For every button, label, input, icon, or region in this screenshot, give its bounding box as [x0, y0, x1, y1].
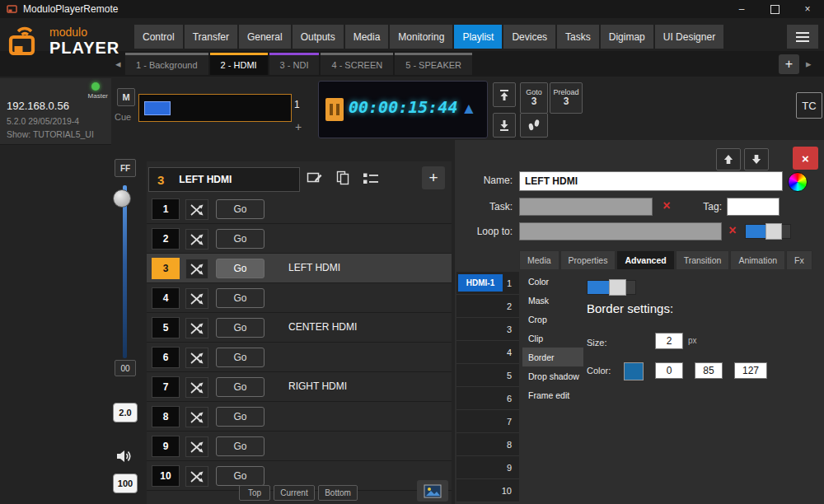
crossfade-button[interactable] [185, 199, 208, 220]
menu-item-frame-edit[interactable]: Frame edit [522, 385, 583, 404]
move-cue-up-button[interactable] [716, 148, 741, 170]
tab-fx[interactable]: Fx [786, 250, 812, 269]
mute-button[interactable] [114, 446, 135, 467]
menu-item-color[interactable]: Color [522, 272, 583, 291]
layer-cue-row[interactable]: 3 [456, 318, 519, 341]
go-button[interactable]: Go [216, 288, 265, 308]
playlist-row[interactable]: 1 Go [147, 194, 452, 224]
edit-cue-button[interactable] [305, 169, 325, 189]
nav-tab-general[interactable]: General [239, 25, 291, 49]
nav-tab-tasks[interactable]: Tasks [557, 25, 599, 49]
playlist-row[interactable]: 8 Go [147, 402, 452, 432]
playlist-options-button[interactable] [359, 167, 382, 189]
skip-to-bottom-button[interactable] [493, 113, 516, 138]
menu-item-drop-shadow[interactable]: Drop shadow [522, 366, 583, 385]
zero-button[interactable]: 00 [115, 360, 136, 376]
border-color-r-input[interactable] [655, 362, 683, 379]
tab-transition[interactable]: Transition [676, 250, 730, 269]
layer-cue-row[interactable]: 6 [456, 387, 519, 410]
menu-item-crop[interactable]: Crop [522, 310, 583, 329]
tab-properties[interactable]: Properties [560, 250, 616, 269]
border-color-b-input[interactable] [734, 362, 767, 379]
follow-steps-button[interactable] [520, 113, 548, 138]
playlist-row[interactable]: 7 Go RIGHT HDMI [147, 372, 452, 402]
loop-to-input[interactable] [519, 222, 722, 240]
nav-tab-control[interactable]: Control [134, 25, 183, 49]
playlist-tab-background[interactable]: 1 - Background [125, 53, 208, 75]
add-cue-button[interactable]: + [422, 166, 445, 189]
crossfade-button[interactable] [185, 377, 208, 398]
border-enable-toggle[interactable] [587, 280, 636, 295]
nav-tab-monitoring[interactable]: Monitoring [390, 25, 452, 49]
border-size-input[interactable] [655, 333, 683, 349]
playlist-row[interactable]: 5 Go CENTER HDMI [147, 313, 452, 343]
scroll-current-button[interactable]: Current [274, 485, 315, 501]
add-cue-slot-button[interactable]: + [295, 120, 302, 133]
tab-animation[interactable]: Animation [730, 250, 785, 269]
go-button[interactable]: Go [216, 259, 265, 278]
go-button[interactable]: Go [216, 199, 265, 219]
playlist-tab-ndi[interactable]: 3 - NDI [269, 53, 320, 75]
layer-name-chip[interactable]: HDMI-1 [458, 274, 503, 292]
timecode-up-button[interactable]: ▲ [457, 96, 480, 121]
fader-knob[interactable] [113, 189, 131, 208]
nav-tab-digimap[interactable]: Digimap [601, 25, 653, 49]
layer-header-row[interactable]: HDMI-1 1 [456, 272, 519, 295]
layer-cue-row[interactable]: 9 [456, 456, 519, 479]
preload-button[interactable]: Preload 3 [550, 82, 583, 114]
layer-cue-row[interactable]: 2 [456, 295, 519, 318]
playlist-tab-speaker[interactable]: 5 - SPEAKER [395, 53, 472, 75]
crossfade-button[interactable] [185, 229, 208, 250]
move-cue-down-button[interactable] [744, 148, 769, 170]
minimize-button[interactable]: – [725, 0, 758, 18]
crossfade-button[interactable] [185, 259, 208, 279]
tab-media[interactable]: Media [519, 250, 559, 269]
menu-item-clip[interactable]: Clip [522, 329, 583, 348]
crossfade-button[interactable] [185, 318, 208, 338]
layer-cue-row[interactable]: 8 [456, 433, 519, 456]
nav-tab-outputs[interactable]: Outputs [293, 25, 344, 49]
tc-button[interactable]: TC [796, 92, 822, 119]
clear-task-button[interactable]: × [658, 196, 676, 216]
nav-tab-devices[interactable]: Devices [503, 25, 555, 49]
layer-cue-row[interactable]: 5 [456, 364, 519, 387]
delete-cue-button[interactable]: × [793, 147, 818, 170]
go-button[interactable]: Go [216, 318, 265, 338]
ff-button[interactable]: FF [115, 159, 136, 177]
crossfade-button[interactable] [185, 348, 208, 368]
media-preview-button[interactable] [417, 480, 448, 502]
nav-tab-media[interactable]: Media [345, 25, 389, 49]
close-button[interactable]: × [791, 0, 824, 18]
crossfade-button[interactable] [185, 436, 208, 457]
scroll-bottom-button[interactable]: Bottom [318, 485, 358, 501]
tag-input[interactable] [727, 198, 780, 216]
playlist-row[interactable]: 4 Go [147, 283, 452, 313]
playlist-tab-screen[interactable]: 4 - SCREEN [321, 53, 393, 75]
nav-tab-playlist[interactable]: Playlist [454, 25, 502, 49]
volume-fader[interactable] [112, 185, 137, 358]
goto-button[interactable]: Goto 3 [520, 82, 548, 114]
copy-cue-button[interactable] [333, 167, 353, 189]
menu-item-border[interactable]: Border [522, 348, 583, 366]
playlist-tab-hdmi[interactable]: 2 - HDMI [210, 53, 268, 75]
border-color-g-input[interactable] [695, 362, 723, 379]
playlist-row[interactable]: 9 Go [147, 432, 452, 461]
go-button[interactable]: Go [216, 436, 265, 456]
tab-advanced[interactable]: Advanced [616, 250, 674, 269]
cue-input[interactable] [138, 94, 292, 122]
toggle-knob[interactable] [609, 279, 627, 296]
device-status-panel[interactable]: Master 192.168.0.56 5.2.0 29/05/2019-4 S… [0, 78, 111, 145]
nav-tab-ui-designer[interactable]: UI Designer [655, 25, 723, 49]
go-button[interactable]: Go [216, 407, 265, 427]
task-input[interactable] [519, 198, 653, 216]
rate-button[interactable]: 2.0 [113, 403, 138, 422]
layer-cue-row[interactable]: 7 [456, 410, 519, 433]
playlist-row-active[interactable]: 3 Go LEFT HDMI [147, 254, 452, 283]
go-button[interactable]: Go [216, 466, 265, 486]
scroll-top-button[interactable]: Top [239, 485, 270, 501]
m-button[interactable]: M [117, 88, 135, 106]
go-button[interactable]: Go [216, 377, 265, 397]
hamburger-menu-button[interactable] [787, 25, 818, 49]
crossfade-button[interactable] [185, 466, 208, 487]
clear-loop-button[interactable]: × [723, 221, 742, 240]
